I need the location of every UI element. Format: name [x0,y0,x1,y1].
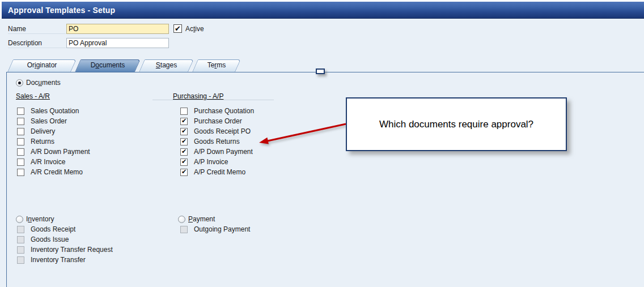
checkbox-label: A/R Down Payment [31,148,90,156]
delivery-checkbox[interactable] [17,128,24,135]
checkbox-label: A/P Invoice [194,158,228,166]
checkbox-row: Delivery [17,126,90,136]
tab-stages[interactable]: Stages [142,59,191,72]
checkbox-row: Goods Returns [180,136,254,147]
purchase-order-checkbox[interactable] [180,118,188,125]
name-label: Name [8,25,66,34]
checkbox-row: Sales Order [17,116,90,126]
checkbox-label: Returns [31,138,54,145]
payment-radio[interactable] [178,216,185,223]
purchasing-section-header: Purchasing - A/P [173,92,223,100]
checkbox-label: Goods Returns [194,138,240,145]
annotation-callout: Which documents require approval? [346,97,567,151]
checkbox-row: Goods Receipt [17,224,113,234]
checkbox-label: A/R Credit Memo [31,168,83,176]
documents-radio-label: Documents [26,79,61,87]
sales-quotation-checkbox[interactable] [17,108,24,115]
inventory-transfer-request-checkbox [17,246,24,254]
annotation-callout-text: Which documents require approval? [379,119,533,130]
inventory-radio-row: Inventory [16,215,54,224]
description-label: Description [8,39,66,48]
checkbox-row: Goods Receipt PO [180,126,254,136]
checkbox-row: A/R Down Payment [17,147,90,157]
checkbox-label: Sales Quotation [31,107,79,115]
checkbox-label: Outgoing Payment [194,225,250,233]
outgoing-payment-checkbox [180,226,188,233]
tab-label: Originator [10,59,74,71]
a-r-credit-memo-checkbox[interactable] [17,169,24,176]
annotation-arrow-line [268,124,346,141]
a-p-invoice-checkbox[interactable] [180,159,188,166]
documents-radio-row: Documents [16,78,61,87]
a-p-credit-memo-checkbox[interactable] [180,169,188,176]
tab-terms[interactable]: Terms [195,59,238,72]
checkbox-row: A/P Credit Memo [180,167,254,177]
window-titlebar[interactable]: Approval Templates - Setup [2,2,644,19]
tab-originator[interactable]: Originator [10,59,74,72]
a-r-invoice-checkbox[interactable] [17,159,24,166]
checkbox-label: Inventory Transfer Request [31,246,113,254]
annotation-handle-box [316,68,325,74]
checkbox-row: A/R Credit Memo [17,167,90,177]
checkbox-label: Purchase Quotation [194,107,254,115]
payment-radio-label: Payment [188,215,215,223]
checkbox-row: A/P Invoice [180,157,254,167]
approval-templates-window: Approval Templates - Setup Name Active D… [0,0,644,287]
documents-radio[interactable] [16,79,23,87]
checkbox-row: Inventory Transfer [17,255,113,265]
goods-receipt-checkbox [17,226,24,233]
inventory-radio[interactable] [16,216,23,223]
name-input[interactable] [66,24,169,34]
tab-label: Stages [142,59,191,71]
payment-checklist: Outgoing Payment [180,224,250,234]
checkbox-row: Purchase Quotation [180,106,254,116]
annotation-arrowhead [259,138,269,144]
tab-strip: OriginatorDocumentsStagesTerms [10,59,238,72]
checkbox-row: Inventory Transfer Request [17,245,113,255]
checkbox-label: A/P Down Payment [194,148,253,156]
checkbox-row: A/R Invoice [17,157,90,167]
checkbox-label: Delivery [31,127,55,135]
checkbox-row: A/P Down Payment [180,147,254,157]
sales-section-header: Sales - A/R [16,92,50,100]
window-title: Approval Templates - Setup [2,6,115,15]
payment-radio-row: Payment [178,215,215,224]
checkbox-row: Outgoing Payment [180,224,250,234]
checkbox-label: Purchase Order [194,117,242,125]
checkbox-label: Inventory Transfer [31,256,86,264]
a-p-down-payment-checkbox[interactable] [180,148,188,156]
tab-label: Terms [195,59,238,71]
checkbox-row: Purchase Order [180,116,254,126]
sales-checklist: Sales QuotationSales OrderDeliveryReturn… [17,106,90,177]
checkbox-label: Goods Issue [31,235,69,243]
goods-receipt-po-checkbox[interactable] [180,128,188,135]
a-r-down-payment-checkbox[interactable] [17,148,24,156]
checkbox-label: Goods Receipt PO [194,127,251,135]
description-input[interactable] [66,38,169,48]
checkbox-label: A/P Credit Memo [194,168,245,176]
checkbox-row: Goods Issue [17,234,113,245]
inventory-transfer-checkbox [17,256,24,264]
active-checkbox[interactable] [173,24,182,33]
checkbox-row: Returns [17,136,90,147]
goods-issue-checkbox [17,236,24,243]
sales-order-checkbox[interactable] [17,118,24,125]
purchase-quotation-checkbox[interactable] [180,108,188,115]
tab-documents[interactable]: Documents [78,59,138,72]
checkbox-label: Goods Receipt [31,225,75,233]
returns-checkbox[interactable] [17,138,24,145]
goods-returns-checkbox[interactable] [180,138,188,145]
checkbox-row: Sales Quotation [17,106,90,116]
active-label: Active [185,25,204,33]
inventory-checklist: Goods ReceiptGoods IssueInventory Transf… [17,224,113,265]
checkbox-label: A/R Invoice [31,158,65,166]
tab-label: Documents [78,59,138,71]
purchasing-checklist: Purchase QuotationPurchase OrderGoods Re… [180,106,254,177]
annotation-arrow [249,110,351,150]
checkbox-label: Sales Order [31,117,67,125]
inventory-radio-label: Inventory [26,215,54,223]
